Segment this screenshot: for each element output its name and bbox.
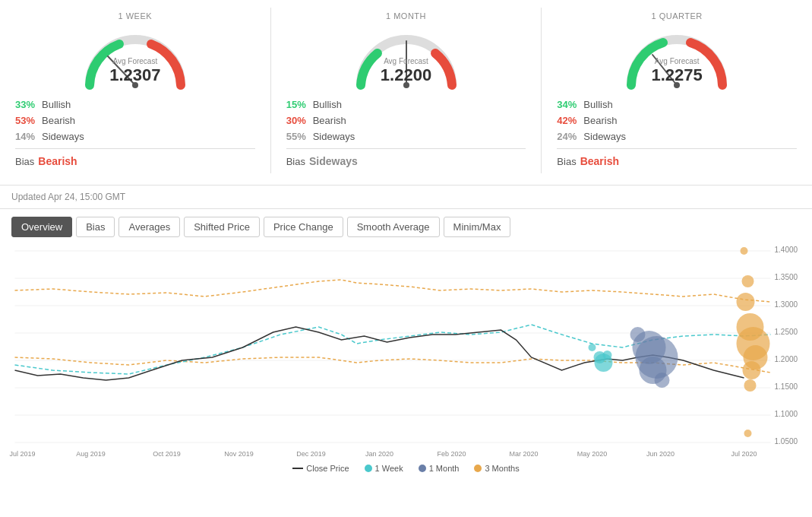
update-bar: Updated Apr 24, 15:00 GMT [0, 186, 812, 209]
3month-bubble-7 [744, 379, 757, 392]
quarter-sideways-label: Sideways [583, 131, 626, 142]
main-chart: 1.4000 1.3500 1.3000 1.2500 1.2000 1.150… [11, 245, 801, 458]
1month-legend-icon [419, 465, 426, 472]
week-bearish-label: Bearish [42, 115, 75, 126]
chart-area: 1.4000 1.3500 1.3000 1.2500 1.2000 1.150… [0, 245, 812, 481]
x-label-mar2020: Mar 2020 [509, 450, 538, 458]
month-sideways-pct: 55% [286, 131, 313, 142]
x-label-jun2020: Jun 2020 [646, 450, 675, 458]
x-label-may2020: May 2020 [577, 450, 608, 458]
week-avg-value: 1.2307 [109, 65, 160, 84]
quarter-gauge: Avg Forecast 1.2275 [616, 24, 738, 89]
quarter-bearish-label: Bearish [583, 115, 617, 126]
week-bias-text: Bias [15, 156, 34, 167]
week-panel: 1 WEEK Avg Forecast 1.2307 33% Bullis [0, 8, 271, 173]
quarter-avg-text: Avg Forecast [652, 57, 703, 65]
3months-legend-icon [474, 465, 482, 472]
month-bias-text: Bias [286, 156, 305, 167]
week-title: 1 WEEK [118, 11, 153, 21]
week-divider [15, 148, 255, 149]
week-bullish-pct: 33% [15, 99, 42, 110]
week-avg-text: Avg Forecast [109, 57, 160, 65]
tab-bias[interactable]: Bias [76, 217, 115, 237]
quarter-divider [557, 148, 797, 149]
quarter-bias-text: Bias [557, 156, 576, 167]
month-stats: 15% Bullish 30% Bearish 55% Sideways Bia… [279, 97, 534, 170]
close-price-legend-icon [292, 468, 303, 469]
1week-legend-label: 1 Week [375, 464, 403, 473]
week-sideways-row: 14% Sideways [8, 128, 263, 144]
3months-legend-label: 3 Months [485, 464, 519, 473]
month-avg-value: 1.2200 [381, 65, 431, 84]
tab-smooth-average[interactable]: Smooth Average [347, 217, 440, 237]
close-price-legend-label: Close Price [306, 464, 349, 473]
month-sideways-row: 55% Sideways [279, 128, 534, 144]
tab-averages[interactable]: Averages [118, 217, 180, 237]
3month-bubble-top [741, 247, 748, 255]
quarter-sideways-pct: 24% [557, 131, 583, 142]
quarter-bullish-label: Bullish [583, 99, 612, 110]
x-label-feb2020: Feb 2020 [437, 450, 466, 458]
tab-shifted-price[interactable]: Shifted Price [184, 217, 260, 237]
quarter-bearish-row: 42% Bearish [549, 113, 804, 128]
quarter-panel: 1 QUARTER Avg Forecast 1.2275 34% Bullis… [542, 8, 812, 173]
quarter-bullish-pct: 34% [557, 99, 583, 110]
y-label-1350: 1.3500 [775, 273, 798, 281]
quarter-gauge-label: Avg Forecast 1.2275 [652, 57, 703, 85]
legend-1month: 1 Month [419, 464, 460, 473]
month-gauge-label: Avg Forecast 1.2200 [381, 57, 431, 85]
quarter-bearish-pct: 42% [557, 115, 583, 126]
tab-price-change[interactable]: Price Change [264, 217, 343, 237]
tab-minim-max[interactable]: Minim/Max [444, 217, 511, 237]
month-bias-value: Sideways [309, 155, 358, 167]
week-gauge-label: Avg Forecast 1.2307 [109, 57, 160, 85]
3month-bubble-bottom [744, 430, 752, 437]
1month-legend-label: 1 Month [429, 464, 460, 473]
3month-bubble-1 [742, 275, 754, 287]
x-label-dec2019: Dec 2019 [296, 450, 326, 458]
month-bearish-label: Bearish [313, 115, 346, 126]
month-bubble-5 [655, 373, 670, 388]
quarter-stats: 34% Bullish 42% Bearish 24% Sideways Bia… [549, 97, 804, 170]
quarter-bias-value: Bearish [580, 155, 619, 167]
week-sideways-label: Sideways [42, 131, 84, 142]
update-text: Updated Apr 24, 15:00 GMT [11, 192, 125, 202]
y-label-1200: 1.2000 [775, 355, 798, 363]
legend-close-price: Close Price [292, 464, 349, 473]
x-label-jul2019: Jul 2019 [9, 450, 35, 458]
month-divider [286, 148, 526, 149]
week-gauge: Avg Forecast 1.2307 [74, 24, 196, 89]
y-label-1100: 1.1000 [775, 410, 798, 418]
month-avg-text: Avg Forecast [381, 57, 431, 65]
week-bias-value: Bearish [38, 155, 77, 167]
week-stats: 33% Bullish 53% Bearish 14% Sideways Bia… [8, 97, 263, 170]
week-bearish-pct: 53% [15, 115, 42, 126]
month-title: 1 MONTH [386, 11, 426, 21]
quarter-avg-value: 1.2275 [652, 65, 703, 84]
week-bullish-label: Bullish [42, 99, 71, 110]
quarter-sideways-row: 24% Sideways [549, 128, 804, 144]
quarter-bias-row: Bias Bearish [549, 153, 804, 170]
week-bubble-1 [589, 344, 596, 351]
legend-1week: 1 Week [365, 464, 403, 473]
week-bubble-4 [603, 350, 612, 360]
week-bearish-row: 53% Bearish [8, 113, 263, 128]
x-label-oct2019: Oct 2019 [153, 450, 181, 458]
tabs-bar: Overview Bias Averages Shifted Price Pri… [0, 209, 812, 245]
y-label-1400: 1.4000 [775, 246, 798, 254]
x-label-aug2019: Aug 2019 [76, 450, 106, 458]
month-sideways-label: Sideways [313, 131, 355, 142]
month-bullish-label: Bullish [313, 99, 342, 110]
quarter-title: 1 QUARTER [652, 11, 703, 21]
month-bearish-row: 30% Bearish [279, 113, 534, 128]
month-bullish-row: 15% Bullish [279, 97, 534, 113]
month-bias-row: Bias Sideways [279, 153, 534, 170]
tab-overview[interactable]: Overview [11, 217, 72, 237]
1week-legend-icon [365, 465, 372, 472]
y-label-1300: 1.3000 [775, 300, 798, 309]
week-bullish-row: 33% Bullish [8, 97, 263, 113]
legend-3months: 3 Months [474, 464, 519, 473]
y-label-1050: 1.0500 [775, 437, 798, 446]
month-gauge: Avg Forecast 1.2200 [346, 24, 467, 89]
forecast-panels: 1 WEEK Avg Forecast 1.2307 33% Bullis [0, 0, 812, 186]
